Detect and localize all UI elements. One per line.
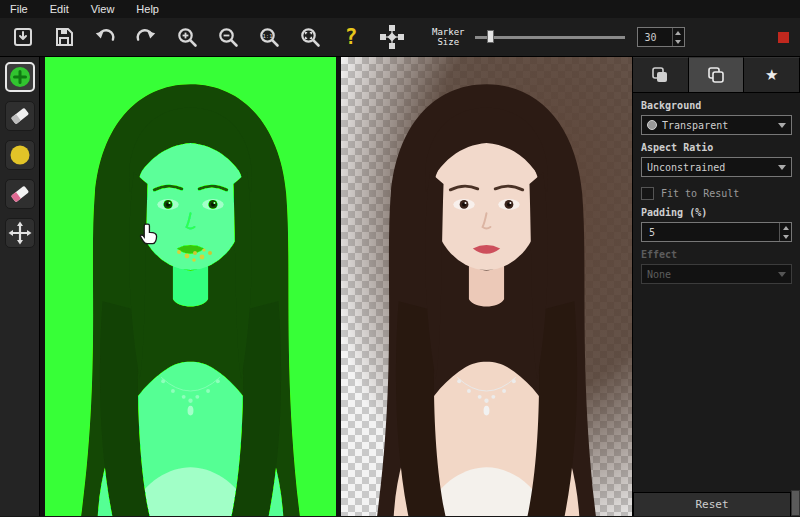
move-arrows-icon — [8, 221, 32, 245]
effect-label: Effect — [641, 249, 792, 260]
svg-text:1:1: 1:1 — [263, 33, 273, 39]
slider-track[interactable] — [475, 36, 625, 39]
fit-to-result-label: Fit to Result — [661, 188, 739, 199]
red-color-swatch — [778, 32, 789, 43]
fit-to-result-row: Fit to Result — [633, 177, 800, 200]
aspect-ratio-field: Aspect Ratio Unconstrained — [633, 135, 800, 177]
yellow-circle-icon — [8, 143, 32, 167]
marker-size-label: Marker Size — [432, 27, 465, 47]
chevron-down-icon — [778, 165, 786, 170]
floppy-disk-icon — [52, 25, 76, 49]
zoom-actual-button[interactable]: 1:1 — [254, 22, 284, 52]
background-label: Background — [641, 100, 792, 111]
fit-to-result-checkbox[interactable] — [641, 187, 654, 200]
node-graph-icon — [379, 24, 405, 50]
box-down-arrow-icon — [11, 25, 35, 49]
triangle-up-icon — [675, 31, 681, 35]
aspect-ratio-dropdown[interactable]: Unconstrained — [641, 157, 792, 177]
background-value: Transparent — [662, 120, 728, 131]
menu-item-view[interactable]: View — [91, 3, 115, 15]
tool-column — [0, 57, 40, 516]
menu-item-help[interactable]: Help — [136, 3, 159, 15]
padding-label: Padding (%) — [641, 207, 792, 218]
pan-tool[interactable] — [5, 218, 35, 248]
redo-button[interactable] — [131, 22, 161, 52]
canvas-original-image[interactable] — [45, 57, 336, 516]
padding-field: Padding (%) 5 — [633, 200, 800, 242]
spinbox-arrows — [672, 28, 684, 46]
zoom-fit-button[interactable] — [295, 22, 325, 52]
effect-field: Effect None — [633, 242, 800, 284]
marker-eraser-tool[interactable] — [5, 101, 35, 131]
settings-panel: ★ Background Transparent Aspect Ratio Un… — [632, 57, 800, 516]
transparent-swatch-icon — [647, 120, 657, 130]
padding-spinbox[interactable]: 5 — [641, 222, 792, 242]
toolbar: 1:1 ? Marker Size 30 — [0, 18, 800, 57]
zoom-out-button[interactable] — [213, 22, 243, 52]
layers-filled-icon — [650, 65, 670, 85]
masked-portrait-image — [45, 57, 336, 516]
result-portrait-image — [341, 57, 632, 516]
undo-arrow-icon — [93, 25, 117, 49]
favorites-tab[interactable]: ★ — [744, 57, 800, 92]
spin-down-button[interactable] — [673, 37, 684, 46]
marker-size-spinbox[interactable]: 30 — [637, 27, 685, 47]
slider-thumb[interactable] — [487, 30, 494, 43]
canvas-result-image[interactable] — [341, 57, 632, 516]
chevron-down-icon — [778, 272, 786, 277]
marker-size-slider[interactable] — [475, 29, 625, 45]
save-button[interactable] — [49, 22, 79, 52]
effect-value: None — [647, 269, 671, 280]
zoom-in-button[interactable] — [172, 22, 202, 52]
layers-tab[interactable] — [689, 57, 745, 92]
main-area: ★ Background Transparent Aspect Ratio Un… — [0, 57, 800, 516]
undo-button[interactable] — [90, 22, 120, 52]
reset-button[interactable]: Reset — [633, 492, 791, 516]
import-button[interactable] — [8, 22, 38, 52]
panel-scrollbar[interactable] — [791, 490, 800, 516]
marker-size-value: 30 — [645, 32, 657, 43]
padding-up-button[interactable] — [780, 223, 791, 232]
yellow-marker-tool[interactable] — [5, 140, 35, 170]
layers-outline-icon — [706, 65, 726, 85]
panel-tabs: ★ — [633, 57, 800, 93]
background-dropdown[interactable]: Transparent — [641, 115, 792, 135]
hand-cursor-icon — [138, 222, 160, 248]
magnifier-plus-icon — [175, 25, 199, 49]
pink-eraser-tool[interactable] — [5, 179, 35, 209]
menu-bar: File Edit View Help — [0, 0, 800, 18]
green-plus-circle-icon — [8, 65, 32, 89]
green-marker-tool[interactable] — [5, 62, 35, 92]
magnifier-fit-icon — [298, 25, 322, 49]
triangle-down-icon — [783, 235, 789, 239]
magnifier-minus-icon — [216, 25, 240, 49]
menu-item-file[interactable]: File — [10, 3, 28, 15]
aspect-ratio-label: Aspect Ratio — [641, 142, 792, 153]
spinbox-arrows — [779, 223, 791, 241]
magnifier-one-to-one-icon: 1:1 — [257, 25, 281, 49]
pink-eraser-icon — [8, 182, 32, 206]
star-icon: ★ — [765, 66, 778, 84]
padding-down-button[interactable] — [780, 232, 791, 241]
segment-button[interactable] — [377, 22, 407, 52]
chevron-down-icon — [778, 123, 786, 128]
aspect-ratio-value: Unconstrained — [647, 162, 725, 173]
eraser-icon — [8, 104, 32, 128]
background-field: Background Transparent — [633, 93, 800, 135]
canvas — [40, 57, 632, 516]
padding-value: 5 — [649, 227, 655, 238]
effect-dropdown: None — [641, 264, 792, 284]
help-button[interactable]: ? — [336, 22, 366, 52]
menu-item-edit[interactable]: Edit — [50, 3, 69, 15]
triangle-up-icon — [783, 226, 789, 230]
spin-up-button[interactable] — [673, 28, 684, 37]
markers-tab[interactable] — [633, 57, 689, 92]
redo-arrow-icon — [134, 25, 158, 49]
triangle-down-icon — [675, 40, 681, 44]
